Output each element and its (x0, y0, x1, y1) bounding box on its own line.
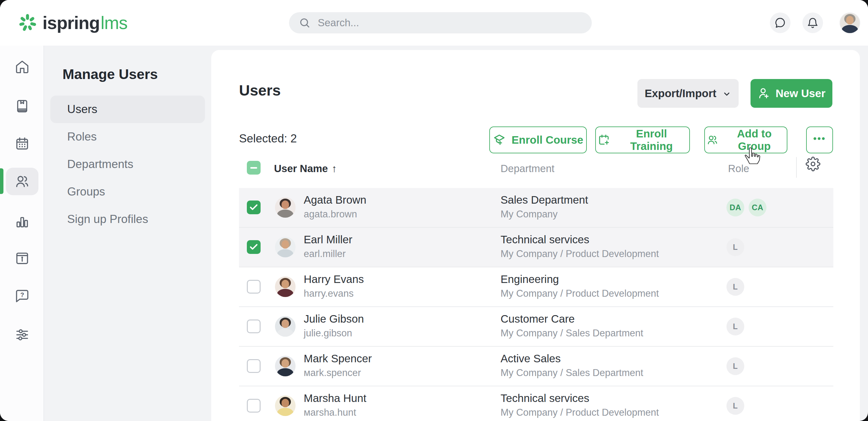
row-checkbox[interactable] (247, 399, 260, 413)
role-badge: L (726, 397, 744, 415)
row-checkbox[interactable] (247, 320, 260, 333)
search-icon (299, 17, 311, 29)
user-login: earl.miller (304, 248, 346, 260)
column-user-name[interactable]: User Name ↑ (274, 163, 337, 174)
add-to-group-label: Add to Group (724, 127, 785, 153)
enroll-course-label: Enroll Course (512, 134, 583, 146)
sidebar-item-calendar[interactable] (6, 130, 38, 157)
select-all-checkbox[interactable] (247, 161, 260, 174)
table-row[interactable]: Harry Evans harry.evans Engineering My C… (239, 267, 833, 307)
nav-item-label: Sign up Profiles (67, 213, 148, 226)
notifications-button[interactable] (802, 12, 823, 33)
sort-asc-icon: ↑ (332, 163, 337, 174)
panel-menu: Users Roles Departments Groups Sign up P… (45, 96, 205, 233)
role-badges: L (726, 278, 744, 296)
ispring-logo[interactable]: ispringlms (18, 0, 127, 45)
sidebar-item-reports[interactable] (6, 208, 38, 235)
sidebar-item-courses[interactable] (6, 92, 38, 120)
department-path: My Company / Product Development (501, 407, 659, 418)
nav-item-signup-profiles[interactable]: Sign up Profiles (50, 205, 205, 233)
role-badges: DA CA (726, 199, 767, 217)
sidebar-item-help[interactable] (6, 282, 38, 310)
messages-button[interactable] (770, 12, 790, 33)
profile-avatar[interactable] (840, 12, 860, 33)
nav-item-groups[interactable]: Groups (50, 178, 205, 205)
users-table-body: Agata Brown agata.brown Sales Department… (239, 188, 833, 421)
user-avatar (275, 237, 296, 257)
role-badges: L (726, 397, 744, 415)
chat-icon (774, 17, 786, 29)
nav-item-label: Departments (67, 158, 133, 171)
table-row[interactable]: Marsha Hunt мarsha.hunt Technical servic… (239, 386, 833, 421)
user-name[interactable]: Mark Spencer (304, 352, 372, 365)
new-user-button[interactable]: New User (750, 79, 832, 108)
row-checkbox[interactable] (247, 280, 260, 294)
logo-wordmark: ispringlms (42, 12, 127, 33)
user-name[interactable]: Marsha Hunt (304, 392, 366, 404)
role-badge: L (726, 318, 744, 335)
column-role: Role (728, 163, 749, 174)
new-user-label: New User (776, 87, 826, 100)
nav-item-users[interactable]: Users (50, 96, 205, 123)
user-avatar (275, 395, 296, 416)
active-accent-bar (0, 168, 3, 194)
icon-rail (0, 45, 44, 421)
user-department: Sales Department (501, 194, 588, 206)
user-name[interactable]: Agata Brown (304, 194, 366, 206)
user-name[interactable]: Julie Gibson (304, 313, 364, 325)
panel-title: Manage Users (62, 66, 158, 83)
table-settings-button[interactable] (806, 157, 820, 171)
sidebar-item-users[interactable] (6, 168, 38, 195)
table-row[interactable]: Julie Gibson julie.gibson Customer Care … (239, 307, 833, 347)
enroll-training-label: Enroll Training (616, 127, 687, 153)
users-icon (15, 174, 30, 189)
user-name[interactable]: Earl Miller (304, 233, 352, 246)
info-panel-icon (15, 251, 30, 266)
chevron-down-icon (722, 89, 732, 99)
add-to-group-icon (707, 133, 718, 147)
manage-users-panel: Manage Users Users Roles Departments Gro… (45, 45, 211, 421)
nav-item-label: Users (67, 103, 97, 116)
search-input[interactable] (317, 17, 582, 29)
enroll-course-button[interactable]: Enroll Course (489, 127, 587, 153)
enroll-training-icon (598, 133, 610, 147)
row-checkbox[interactable] (247, 359, 260, 373)
nav-item-roles[interactable]: Roles (50, 123, 205, 151)
sidebar-item-home[interactable] (6, 53, 38, 80)
row-checkbox[interactable] (247, 200, 260, 214)
users-card: Users Export/Import New User Selected: 2… (211, 50, 860, 421)
table-row[interactable]: Mark Spencer мark.spencer Active Sales M… (239, 347, 833, 386)
top-bar: ispringlms (0, 0, 868, 45)
user-avatar (275, 356, 296, 376)
role-badges: L (726, 357, 744, 375)
role-badges: L (726, 318, 744, 335)
user-login: мarsha.hunt (304, 407, 356, 418)
user-avatar (275, 316, 296, 337)
nav-item-label: Roles (67, 130, 97, 143)
sliders-icon (15, 327, 30, 342)
user-avatar (275, 277, 296, 297)
department-path: My Company (501, 208, 558, 220)
user-plus-icon (757, 87, 770, 100)
table-row[interactable]: Agata Brown agata.brown Sales Department… (239, 188, 833, 228)
sidebar-item-info[interactable] (6, 245, 38, 272)
row-checkbox[interactable] (247, 240, 260, 254)
ellipsis-icon: ••• (813, 133, 826, 144)
enroll-training-button[interactable]: Enroll Training (595, 127, 690, 153)
department-path: My Company / Sales Department (501, 328, 643, 339)
header-divider (796, 157, 797, 178)
bell-icon (807, 17, 818, 29)
export-import-button[interactable]: Export/Import (638, 79, 739, 108)
user-avatar (275, 197, 296, 218)
user-name[interactable]: Harry Evans (304, 273, 364, 286)
user-department: Engineering (501, 273, 559, 286)
user-login: harry.evans (304, 288, 354, 299)
user-login: agata.brown (304, 208, 357, 220)
add-to-group-button[interactable]: Add to Group (704, 127, 787, 153)
table-row[interactable]: Earl Miller earl.miller Technical servic… (239, 228, 833, 267)
nav-item-departments[interactable]: Departments (50, 151, 205, 178)
department-path: My Company / Product Development (501, 248, 659, 260)
sidebar-item-settings[interactable] (6, 321, 38, 349)
more-actions-button[interactable]: ••• (806, 127, 833, 153)
selected-count: Selected: 2 (239, 132, 297, 145)
